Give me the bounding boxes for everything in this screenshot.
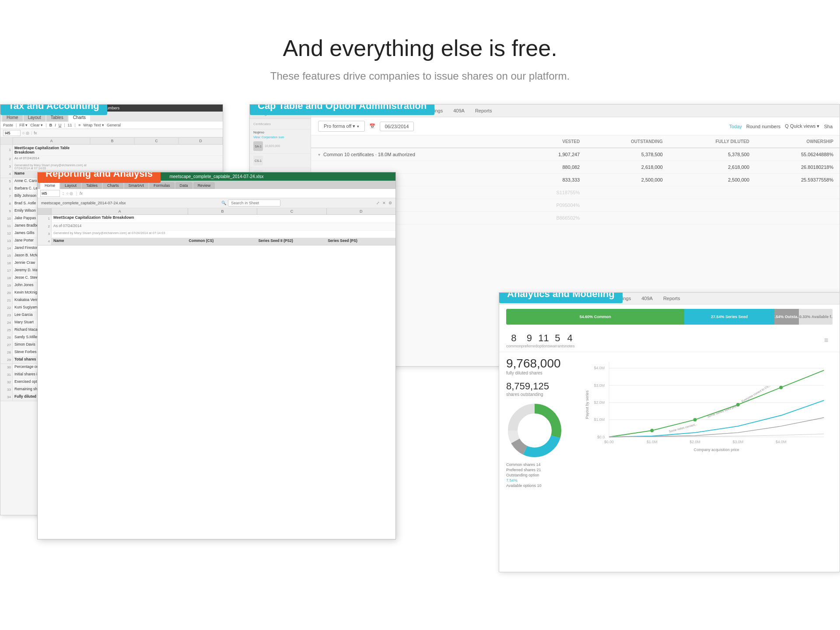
xls-cell-name[interactable] <box>40 190 60 197</box>
xls-formula-bar: : ○ ◎ | fx <box>38 189 396 198</box>
ss-col-c: C <box>134 137 178 144</box>
ct-sidebar-item-sa1[interactable]: SA-1 10,820,000 <box>250 139 311 154</box>
xls-r3-c <box>259 231 328 238</box>
an-stats-row: 8 common 9 preferred 11 options 5 warran… <box>499 329 840 352</box>
xls-cA: A <box>52 208 188 214</box>
xls-r1-c <box>259 215 328 223</box>
xls-tab-formulas[interactable]: Formulas <box>149 182 175 189</box>
ss-cell-2c <box>136 156 179 163</box>
ss-rn-34: 34 <box>0 394 13 401</box>
ss-underline-btn[interactable]: U <box>59 123 62 127</box>
ct-cell-common-ownership: 55.06244888% <box>756 148 840 161</box>
xls-tab-review[interactable]: Review <box>193 182 215 189</box>
ss-font-size[interactable]: 11 <box>68 123 72 127</box>
xls-func-icons: ○ ◎ <box>66 191 74 196</box>
an-stat-common-num: 8 <box>506 332 522 344</box>
ct-cell-common-outstanding: 5,378,500 <box>586 148 668 161</box>
an-main-area: 9,768,000 fully diluted shares 8,759,125… <box>499 352 840 493</box>
ss-fx-label: fx <box>34 131 37 135</box>
ss-clear-btn[interactable]: Clear ▾ <box>30 123 43 127</box>
ss-rn-10: 10 <box>0 215 13 222</box>
ct-sidebar-item-cs1[interactable]: CS-1 <box>250 154 311 168</box>
tax-label: Tax and Accounting <box>0 104 107 115</box>
xls-r1-b <box>191 215 259 223</box>
calendar-icon: 📅 <box>369 123 375 129</box>
xls-cB: B <box>188 208 257 214</box>
svg-text:Payout by series: Payout by series <box>585 390 589 419</box>
hamburger-icon[interactable]: ≡ <box>824 336 828 344</box>
ss-rn-13: 13 <box>0 238 13 245</box>
donut-chart <box>506 402 563 459</box>
ct-nav-reports[interactable]: Reports <box>475 108 492 113</box>
close-icon: ✕ <box>382 201 386 205</box>
xls-tab-data[interactable]: Data <box>175 182 192 189</box>
xls-r1-a: MeetScape Capitalization Table Breakdown <box>52 215 191 223</box>
ss-rn-31: 31 <box>0 371 13 378</box>
svg-text:$0.0: $0.0 <box>597 435 605 439</box>
an-hamburger: ≡ <box>575 336 833 344</box>
ss-rn-7: 7 <box>0 193 13 200</box>
an-nav-reports[interactable]: Reports <box>663 296 680 301</box>
ss-fill-btn[interactable]: Fill ▾ <box>19 123 28 127</box>
line-chart-svg: $0.0 $1.0M $2.0M $3.0M $4.0M $0.00 $1.0M… <box>583 357 833 453</box>
xls-tab-layout[interactable]: Layout <box>60 182 81 189</box>
xls-r2-a: As of 07/24/2014 <box>52 223 191 230</box>
an-nav-409a[interactable]: 409A <box>641 296 653 301</box>
ss-rn-23: 23 <box>0 312 13 319</box>
xls-tab-tables[interactable]: Tables <box>82 182 102 189</box>
ss-cell-ref-input[interactable] <box>3 130 21 136</box>
an-stat-preferred-label: preferred <box>522 344 538 348</box>
an-stat-preferred-num: 9 <box>522 332 538 344</box>
ss-cell-3b <box>94 163 136 170</box>
ss-cell-1b <box>90 145 134 155</box>
svg-text:$1.0M: $1.0M <box>647 440 658 444</box>
today-link[interactable]: Today <box>729 124 742 129</box>
ct-row-common: ▾ Common 10 certificates · 18.0M authori… <box>311 148 840 161</box>
xls-pipe: | <box>76 191 77 196</box>
ss-col-d: D <box>178 137 223 144</box>
ss-cell-1a: MeetScape Capitalization Table Breakdown <box>13 145 90 155</box>
ss-formula-sep: | <box>31 131 32 135</box>
ct-nav-409a[interactable]: 409A <box>453 108 465 113</box>
ct-avatar-cs1: CS-1 <box>253 156 263 165</box>
an-detail-common: Common shares 14 <box>506 462 576 467</box>
ss-rn-26: 26 <box>0 334 13 341</box>
xls-cC: C <box>257 208 326 214</box>
xls-top-right: ⤢ ✕ ⚙ <box>376 201 392 205</box>
ss-font-btn[interactable]: B <box>49 123 52 127</box>
xls-tab-smartart[interactable]: SmartArt <box>124 182 149 189</box>
quick-views[interactable]: Q Quick views ▾ <box>785 123 819 129</box>
date-input[interactable]: 06/23/2014 <box>380 122 413 131</box>
ss-align-left[interactable]: ≡ <box>78 123 80 127</box>
xls-r3-a: Generated by Mary Stuart (mary@elchannim… <box>52 231 191 238</box>
ss-rn-12: 12 <box>0 230 13 237</box>
ss-rn-15: 15 <box>0 252 13 259</box>
xls-tab-charts[interactable]: Charts <box>103 182 123 189</box>
hero-title: And everything else is free. <box>0 35 840 61</box>
ss-rn-2: 2 <box>0 156 13 163</box>
an-stat-warrants: 5 warrants <box>550 332 565 348</box>
ss-row-1: 1 MeetScape Capitalization Table Breakdo… <box>0 145 223 156</box>
ss-cell-2a: As of 07/24/2014 <box>13 156 94 163</box>
xls-tab-home[interactable]: Home <box>40 182 60 189</box>
an-detail-preferred: Preferred shares 21 <box>506 468 576 472</box>
an-stat-warrants-label: warrants <box>550 344 565 348</box>
ss-italic-btn[interactable]: I <box>55 123 56 127</box>
analytics-label: Analytics and Modeling <box>499 292 623 303</box>
screenshots-area: Cap Table and Option Administration K9 V… <box>0 104 840 585</box>
proforma-button[interactable]: Pro forma off ▾ <box>318 121 365 132</box>
xls-search-bar: meetscape_complete_captable_2014-07-24.x… <box>38 198 396 208</box>
round-numbers[interactable]: Round numbers <box>746 124 780 129</box>
xls-search-input[interactable] <box>228 200 280 206</box>
share-btn[interactable]: Sha <box>824 124 833 129</box>
ct-sidebar-sa1-text: 10,820,000 <box>265 144 280 148</box>
xls-grid-wrap: A B C D 1 MeetScape Capitalization Table… <box>38 208 396 531</box>
an-stat-warrants-num: 5 <box>550 332 565 344</box>
ss-general: General <box>107 123 121 127</box>
ss-paste-btn[interactable]: Paste <box>3 123 13 127</box>
xls-corner <box>38 208 52 214</box>
ss-toolbar: Paste | Fill ▾ Clear ▾ | B I U | 11 | ≡ … <box>0 122 223 129</box>
svg-text:$4.0M: $4.0M <box>594 366 605 370</box>
ss-row-3: 3 Generated by Mary Stuart (mary@elchann… <box>0 163 223 171</box>
ss-wrap-text[interactable]: Wrap Text ▾ <box>83 123 104 127</box>
